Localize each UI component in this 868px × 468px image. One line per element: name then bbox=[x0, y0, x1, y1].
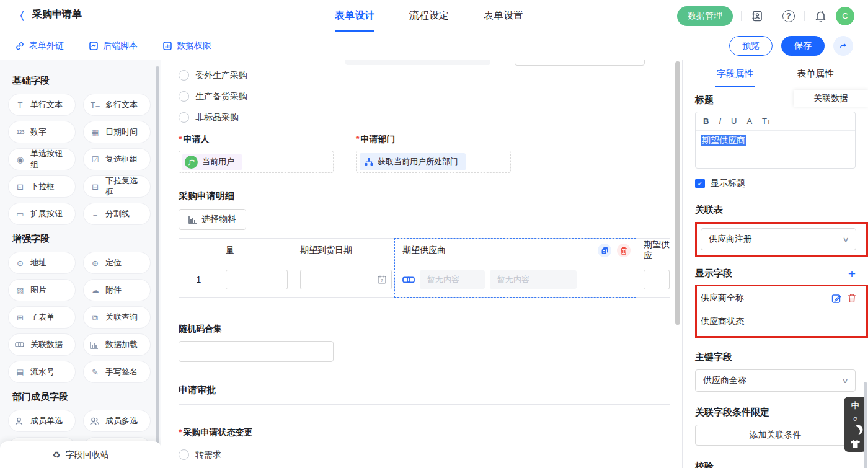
date-input[interactable]: 7 bbox=[300, 270, 392, 289]
field-pill-subform[interactable]: ⊞子表单 bbox=[9, 307, 75, 328]
trash-icon bbox=[620, 247, 627, 255]
preview-button[interactable]: 预览 bbox=[729, 36, 773, 56]
supplier2-input[interactable] bbox=[644, 270, 670, 289]
delete-column-button[interactable] bbox=[617, 244, 631, 257]
tab-form-design[interactable]: 表单设计 bbox=[335, 0, 374, 32]
copy-column-button[interactable] bbox=[598, 244, 611, 257]
divider bbox=[773, 11, 773, 21]
tab-form-setting[interactable]: 表单设置 bbox=[484, 0, 523, 32]
radio-icon[interactable] bbox=[179, 449, 189, 460]
field-pill-datetime[interactable]: ▦日期时间 bbox=[84, 121, 150, 143]
field-pill-radio-group[interactable]: ◉单选按钮组 bbox=[9, 149, 75, 170]
field-pill-link-query[interactable]: ⧉关联查询 bbox=[84, 307, 150, 328]
font-size-button[interactable]: Tᴛ bbox=[762, 117, 771, 126]
show-title-row[interactable]: ✓ 显示标题 bbox=[695, 178, 856, 189]
field-pill-data-load[interactable]: 数据加载 bbox=[84, 334, 150, 355]
pinyin-toggle-icon[interactable]: ơ bbox=[853, 415, 857, 422]
field-pill-multi-select[interactable]: ⊟下拉复选框 bbox=[84, 176, 150, 197]
page-title[interactable]: 采购申请单 bbox=[32, 8, 82, 24]
field-type-badge: 关联数据 bbox=[794, 90, 868, 107]
field-pill-signature[interactable]: ✎手写签名 bbox=[84, 361, 150, 382]
tab-form-properties[interactable]: 表单属性 bbox=[776, 60, 856, 87]
persons-icon bbox=[90, 417, 100, 425]
external-link-button[interactable]: 表单外链 bbox=[15, 40, 64, 51]
field-pill-single-text[interactable]: T单行文本 bbox=[9, 94, 75, 115]
trash-icon[interactable] bbox=[848, 293, 856, 303]
back-icon[interactable]: 〈 bbox=[14, 9, 25, 24]
department-field[interactable]: *申请部门 获取当前用户所处部门 bbox=[356, 134, 511, 173]
chevron-down-icon: ∨ bbox=[841, 377, 848, 385]
save-button[interactable]: 保存 bbox=[781, 36, 825, 56]
department-value-box[interactable]: 获取当前用户所处部门 bbox=[356, 151, 511, 173]
add-condition-button[interactable]: 添加关联条件 bbox=[695, 425, 856, 446]
data-permission-button[interactable]: 数据权限 bbox=[162, 40, 211, 51]
language-toggle-icon[interactable]: 中 bbox=[851, 400, 860, 412]
primary-field-select[interactable]: 供应商全称 ∨ bbox=[695, 369, 856, 392]
field-pill-divider[interactable]: ≡分割线 bbox=[84, 203, 150, 224]
theme-shirt-icon[interactable] bbox=[850, 439, 861, 448]
field-pill-address[interactable]: ⊙地址 bbox=[9, 252, 75, 273]
attachment-cloud-icon: ☁ bbox=[90, 286, 100, 294]
field-pill-attachment[interactable]: ☁附件 bbox=[84, 280, 150, 301]
notification-bell-icon[interactable] bbox=[813, 9, 828, 24]
field-pill-image[interactable]: ▨图片 bbox=[9, 280, 75, 301]
qty-input[interactable] bbox=[226, 270, 288, 289]
contacts-book-icon[interactable] bbox=[750, 9, 764, 24]
col-header-qty[interactable]: 量 bbox=[218, 239, 293, 262]
bold-button[interactable]: B bbox=[703, 117, 709, 126]
panel-scrollbar[interactable] bbox=[864, 382, 867, 468]
script-icon bbox=[89, 41, 99, 51]
status-change-radio-group: 转需求 需求作废 bbox=[179, 448, 682, 468]
backend-script-button[interactable]: 后端脚本 bbox=[89, 40, 138, 51]
related-table-select[interactable]: 供应商注册 ∨ bbox=[701, 228, 856, 250]
applicant-value-box[interactable]: 户 当前用户 bbox=[179, 151, 334, 173]
italic-button[interactable]: I bbox=[719, 117, 721, 126]
radio-option[interactable]: 委外生产采购 bbox=[179, 69, 682, 82]
tab-flow-setting[interactable]: 流程设定 bbox=[409, 0, 449, 32]
field-recycle-bin[interactable]: ♻ 字段回收站 bbox=[0, 441, 161, 468]
partial-field-input[interactable] bbox=[515, 60, 645, 66]
detail-section-title: 采购申请明细 bbox=[179, 190, 682, 202]
col-header-supplier2[interactable]: 期望供应 bbox=[636, 239, 670, 262]
avatar[interactable]: C bbox=[836, 7, 854, 25]
canvas-scrollbar[interactable] bbox=[675, 61, 680, 325]
edit-icon[interactable] bbox=[831, 293, 842, 304]
divider-icon: ≡ bbox=[90, 210, 100, 218]
field-pill-multi-text[interactable]: T≡多行文本 bbox=[84, 94, 150, 115]
field-pill-location[interactable]: ⊕定位 bbox=[84, 252, 150, 273]
radio-option[interactable]: 转需求 bbox=[179, 448, 682, 461]
field-pill-ext-button[interactable]: ▭扩展按钮 bbox=[9, 203, 75, 224]
col-header-date[interactable]: 期望到货日期 bbox=[293, 239, 395, 262]
radio-icon[interactable] bbox=[179, 91, 189, 102]
radio-option[interactable]: 生产备货采购 bbox=[179, 90, 682, 103]
field-pill-checkbox-group[interactable]: ☑复选框组 bbox=[84, 149, 150, 170]
field-pill-member-multi[interactable]: 成员多选 bbox=[84, 410, 150, 431]
field-pill-number[interactable]: 123数字 bbox=[9, 121, 75, 143]
radio-icon[interactable] bbox=[179, 70, 189, 81]
supplier-name-placeholder[interactable]: 暂无内容 bbox=[420, 270, 485, 289]
underline-button[interactable]: U bbox=[731, 117, 737, 126]
radio-option[interactable]: 非标品采购 bbox=[179, 111, 682, 124]
applicant-field[interactable]: *申请人 户 当前用户 bbox=[179, 134, 334, 173]
tab-field-properties[interactable]: 字段属性 bbox=[695, 60, 776, 87]
partial-field-disabled[interactable] bbox=[345, 60, 490, 65]
share-button[interactable] bbox=[833, 36, 853, 56]
field-pill-select[interactable]: ⊡下拉框 bbox=[9, 176, 75, 197]
annotation-box-related-table: 供应商注册 ∨ bbox=[695, 222, 868, 257]
sidebar-scrollbar[interactable] bbox=[156, 66, 159, 468]
dark-mode-moon-icon[interactable] bbox=[850, 425, 861, 436]
data-manage-button[interactable]: 数据管理 bbox=[677, 6, 733, 26]
select-material-button[interactable]: 选择物料 bbox=[179, 209, 246, 230]
help-icon[interactable]: ? bbox=[781, 9, 796, 24]
field-pill-member-single[interactable]: 成员单选 bbox=[9, 410, 75, 431]
field-pill-serial-number[interactable]: ▤流水号 bbox=[9, 361, 75, 382]
divider bbox=[804, 11, 805, 21]
show-title-checkbox[interactable]: ✓ bbox=[695, 179, 705, 188]
random-code-input[interactable] bbox=[179, 341, 334, 362]
supplier-status-placeholder[interactable]: 暂无内容 bbox=[490, 270, 577, 289]
font-color-button[interactable]: A bbox=[746, 117, 752, 126]
field-pill-linked-data[interactable]: 关联数据 bbox=[9, 334, 75, 355]
add-display-field-button[interactable]: + bbox=[848, 267, 856, 280]
radio-icon[interactable] bbox=[179, 112, 189, 123]
title-editor-content[interactable]: 期望供应商 bbox=[696, 131, 855, 168]
